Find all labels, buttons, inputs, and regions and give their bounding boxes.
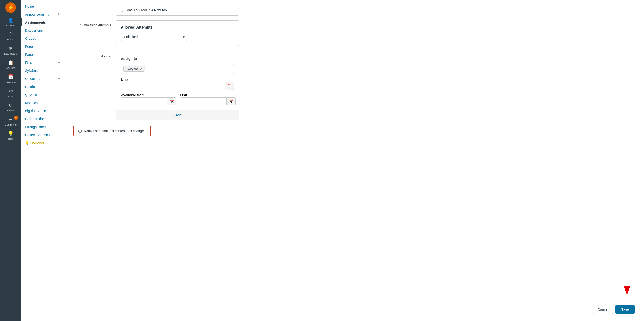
modules-label: Modules bbox=[25, 101, 38, 105]
rubrics-label: Rubrics bbox=[25, 85, 36, 89]
sidebar-item-admin[interactable]: 🛡 Admin bbox=[1, 30, 20, 43]
submission-attempts-control: Allowed Attempts Unlimited12345 bbox=[116, 20, 239, 46]
admin-icon: 🛡 bbox=[8, 32, 13, 37]
account-label: Account bbox=[6, 24, 15, 27]
until-calendar-icon[interactable]: 📅 bbox=[226, 98, 236, 105]
announcements-visibility-icon[interactable]: 👁 bbox=[57, 13, 60, 16]
due-calendar-icon[interactable]: 📅 bbox=[224, 82, 234, 90]
sidebar-item-calendar[interactable]: 📅 Calendar bbox=[1, 72, 20, 85]
course-nav-syllabus[interactable]: Syllabus bbox=[21, 67, 64, 75]
grades-label: Grades bbox=[25, 37, 36, 40]
commons-icon: ↩ bbox=[9, 116, 13, 122]
sidebar-item-help[interactable]: 💡 Help bbox=[1, 129, 20, 142]
due-date-input[interactable] bbox=[121, 82, 224, 90]
sidebar-item-dashboard[interactable]: ⊞ Dashboard bbox=[1, 44, 20, 57]
dashboard-label: Dashboard bbox=[4, 52, 17, 55]
save-button[interactable]: Save bbox=[616, 305, 634, 314]
everyone-tag: Everyone ✕ bbox=[124, 66, 145, 72]
admin-label: Admin bbox=[7, 38, 14, 41]
course-nav-assignments[interactable]: Assignments bbox=[21, 18, 64, 26]
snapshot-label: Snapshot bbox=[30, 141, 44, 145]
available-from-label: Available from bbox=[121, 93, 145, 97]
courses-label: Courses bbox=[6, 66, 16, 69]
files-visibility-icon[interactable]: 👁 bbox=[57, 61, 60, 64]
syllabus-label: Syllabus bbox=[25, 69, 38, 72]
due-label: Due bbox=[121, 78, 128, 82]
bottom-actions: Cancel Save bbox=[593, 305, 634, 314]
notify-label[interactable]: Notify users that this content has chang… bbox=[84, 129, 146, 133]
bigbluebutton-label: BigBlueButton bbox=[25, 109, 46, 113]
submission-box: Allowed Attempts Unlimited12345 bbox=[116, 20, 239, 46]
commons-label: Commons bbox=[5, 123, 16, 126]
sidebar-item-history[interactable]: ↺ History bbox=[1, 100, 20, 114]
inbox-label: Inbox bbox=[8, 95, 14, 98]
course-nav-quizzes[interactable]: Quizzes bbox=[21, 91, 64, 99]
courses-icon: 📋 bbox=[8, 60, 14, 66]
notify-row: Notify users that this content has chang… bbox=[73, 126, 634, 136]
calendar-icon: 📅 bbox=[8, 74, 14, 80]
course-nav-course-snapshot-2[interactable]: Course Snapshot 2 bbox=[21, 131, 64, 139]
notify-box: Notify users that this content has chang… bbox=[73, 126, 151, 136]
course-nav-announcements[interactable]: Announcements 👁 bbox=[21, 10, 64, 18]
collaborations-label: Collaborations bbox=[25, 117, 46, 121]
course-nav-snapshot[interactable]: 💡 Snapshot bbox=[21, 139, 64, 147]
allowed-attempts-select[interactable]: Unlimited12345 bbox=[121, 33, 187, 41]
calendar-label: Calendar bbox=[6, 80, 16, 84]
course-nav-discussions[interactable]: Discussions bbox=[21, 26, 64, 34]
course-snapshot-2-label: Course Snapshot 2 bbox=[25, 133, 54, 137]
inbox-icon: ✉ bbox=[9, 88, 13, 94]
course-nav-files[interactable]: Files 👁 bbox=[21, 58, 64, 67]
help-icon: 💡 bbox=[8, 131, 14, 136]
sidebar-item-inbox[interactable]: ✉ Inbox bbox=[1, 86, 20, 100]
assign-label: Assign bbox=[73, 52, 111, 58]
until-label: Until bbox=[180, 93, 188, 97]
app-logo[interactable]: ⚡ bbox=[6, 2, 16, 13]
outcomes-label: Outcomes bbox=[25, 77, 40, 80]
add-assign-label: + Add bbox=[173, 113, 182, 117]
due-date-input-wrap: 📅 bbox=[121, 82, 234, 90]
course-nav-grades[interactable]: Grades bbox=[21, 34, 64, 42]
add-assign-button[interactable]: + Add bbox=[116, 110, 238, 120]
course-nav-bigbluebutton[interactable]: BigBlueButton bbox=[21, 107, 64, 115]
assign-box-inner: Assign to Everyone ✕ Due 📅 bbox=[116, 52, 238, 110]
due-section: Due 📅 bbox=[121, 78, 234, 90]
available-from-calendar-icon[interactable]: 📅 bbox=[167, 98, 176, 105]
strongminded-label: StrongMinded bbox=[25, 125, 46, 129]
course-nav-outcomes[interactable]: Outcomes 👁 bbox=[21, 75, 64, 83]
everyone-tag-label: Everyone bbox=[126, 67, 138, 71]
course-nav-home[interactable]: Home bbox=[21, 2, 64, 10]
until-col: Until 📅 bbox=[180, 93, 236, 106]
outcomes-visibility-icon[interactable]: 👁 bbox=[57, 77, 60, 80]
home-label: Home bbox=[25, 4, 34, 8]
history-label: History bbox=[6, 109, 15, 112]
assign-to-field[interactable]: Everyone ✕ bbox=[121, 64, 234, 74]
course-nav: Home Announcements 👁 Assignments Discuss… bbox=[21, 0, 64, 321]
pages-label: Pages bbox=[25, 53, 34, 56]
sidebar-item-commons[interactable]: ↩ 10 Commons bbox=[1, 115, 20, 128]
course-nav-strongminded[interactable]: StrongMinded bbox=[21, 123, 64, 131]
course-nav-pages[interactable]: Pages bbox=[21, 50, 64, 58]
allowed-attempts-select-wrap: Unlimited12345 bbox=[121, 33, 187, 41]
everyone-remove-button[interactable]: ✕ bbox=[140, 67, 143, 71]
available-from-col: Available from 📅 bbox=[121, 93, 176, 106]
available-from-input[interactable] bbox=[121, 98, 167, 105]
available-from-input-wrap: 📅 bbox=[121, 98, 176, 106]
account-icon: 👤 bbox=[8, 18, 14, 23]
allowed-attempts-heading: Allowed Attempts bbox=[121, 25, 234, 30]
course-nav-collaborations[interactable]: Collaborations bbox=[21, 115, 64, 123]
course-nav-rubrics[interactable]: Rubrics bbox=[21, 83, 64, 91]
course-nav-people[interactable]: People bbox=[21, 42, 64, 50]
help-label: Help bbox=[8, 137, 14, 140]
notify-checkbox[interactable] bbox=[78, 130, 82, 132]
sidebar-item-account[interactable]: 👤 Account bbox=[1, 16, 20, 29]
cancel-button[interactable]: Cancel bbox=[593, 305, 613, 314]
dashboard-icon: ⊞ bbox=[9, 46, 13, 51]
sidebar-item-courses[interactable]: 📋 Courses bbox=[1, 58, 20, 71]
course-nav-modules[interactable]: Modules bbox=[21, 99, 64, 107]
load-tool-checkbox[interactable] bbox=[120, 9, 123, 12]
discussions-label: Discussions bbox=[25, 28, 43, 32]
submission-attempts-label: Submission Attempts bbox=[73, 20, 111, 27]
until-input[interactable] bbox=[180, 98, 226, 105]
global-nav: ⚡ 👤 Account 🛡 Admin ⊞ Dashboard 📋 Course… bbox=[0, 0, 21, 321]
load-tool-label[interactable]: Load This Tool In A New Tab bbox=[125, 8, 167, 12]
